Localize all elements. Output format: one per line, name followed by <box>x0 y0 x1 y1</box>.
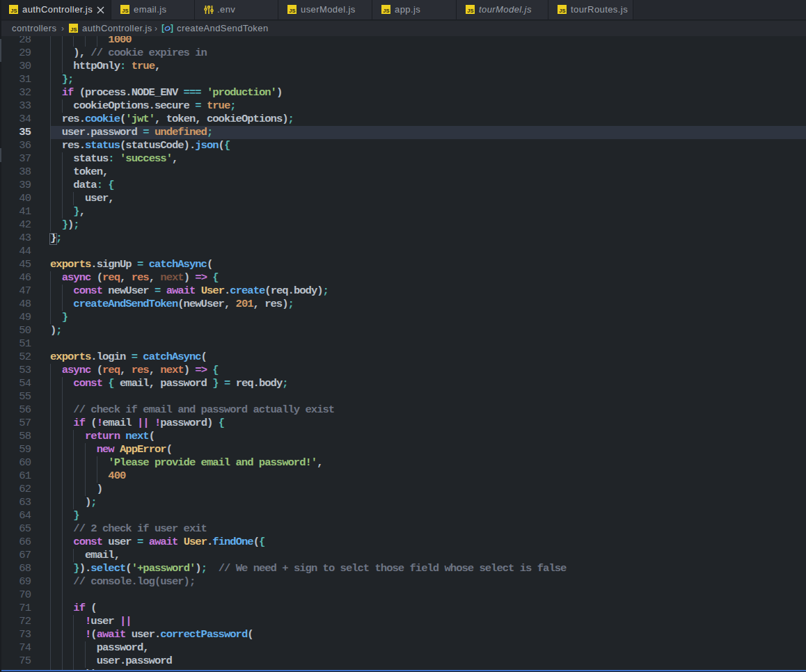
svg-text:JS: JS <box>10 8 17 14</box>
svg-text:JS: JS <box>70 26 77 33</box>
svg-text:JS: JS <box>383 8 389 14</box>
svg-text:JS: JS <box>467 8 473 14</box>
svg-text:JS: JS <box>289 8 295 14</box>
svg-text:JS: JS <box>559 8 565 14</box>
svg-text:JS: JS <box>122 8 128 14</box>
